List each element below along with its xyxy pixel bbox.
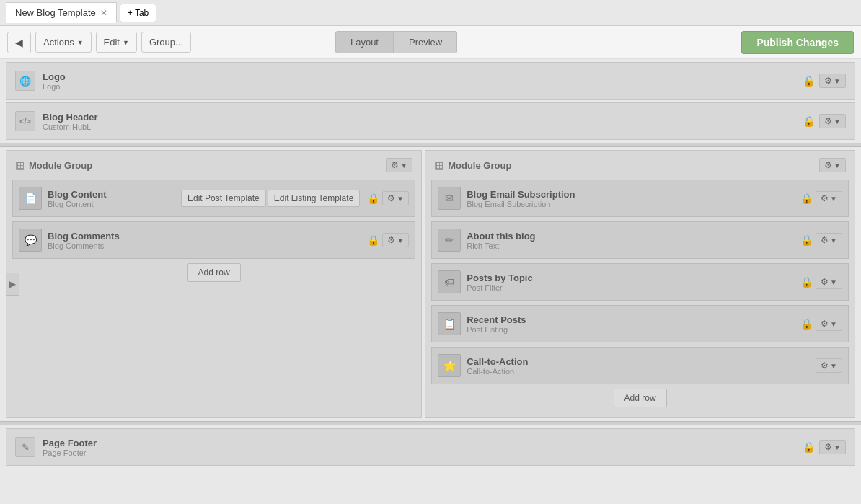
blog-header-icon: </> — [15, 111, 35, 131]
edit-button[interactable]: Edit ▼ — [96, 32, 137, 53]
left-column: ▦ Module Group ⚙ ▼ 📄 Blog Content Blog C… — [6, 150, 422, 418]
edit-listing-template-button[interactable]: Edit Listing Template — [268, 190, 361, 207]
divider-1 — [0, 143, 861, 147]
blog-header-subtitle: Custom HubL — [43, 123, 98, 131]
blog-comments-subtitle: Blog Comments — [48, 242, 367, 250]
about-blog-title: About this blog — [467, 231, 800, 242]
blog-comments-lock-icon: 🔒 — [367, 234, 379, 246]
left-module-group-header: ▦ Module Group ⚙ ▼ — [12, 156, 415, 174]
blog-email-text: Blog Email Subscription Blog Email Subsc… — [467, 189, 800, 208]
blog-comments-title: Blog Comments — [48, 231, 367, 242]
page-footer-section[interactable]: ✎ Page Footer Page Footer 🔒 ⚙ ▼ — [6, 428, 855, 466]
cta-title: Call-to-Action — [467, 356, 816, 367]
left-group-title: Module Group — [29, 160, 92, 171]
blog-comments-module[interactable]: 💬 Blog Comments Blog Comments 🔒 ⚙ ▼ — [12, 221, 415, 259]
edit-label: Edit — [104, 37, 120, 48]
layout-preview-toggle: Layout Preview — [335, 31, 457, 53]
page-footer-gear-button[interactable]: ⚙ ▼ — [819, 440, 846, 454]
blog-header-gear-button[interactable]: ⚙ ▼ — [819, 114, 846, 128]
cta-actions: ⚙ ▼ — [816, 358, 842, 373]
logo-subtitle: Logo — [43, 82, 66, 91]
logo-title: Logo — [43, 71, 66, 82]
left-group-gear: ⚙ ▼ — [386, 158, 412, 172]
right-group-gear: ⚙ ▼ — [819, 158, 846, 172]
blog-email-gear-button[interactable]: ⚙ ▼ — [816, 191, 842, 205]
blog-content-title: Blog Content — [48, 189, 181, 200]
recent-posts-actions: 🔒 ⚙ ▼ — [800, 317, 842, 331]
about-blog-module[interactable]: ✏ About this blog Rich Text 🔒 ⚙ ▼ — [431, 221, 849, 259]
tab-bar: New Blog Template ✕ + Tab — [0, 0, 861, 26]
active-tab[interactable]: New Blog Template ✕ — [6, 2, 117, 23]
canvas-arrow-toggle[interactable]: ▶ — [6, 273, 19, 296]
blog-email-title: Blog Email Subscription — [467, 189, 800, 200]
divider-2 — [0, 421, 861, 425]
left-group-icon: ▦ — [15, 159, 25, 171]
page-footer-actions: 🔒 ⚙ ▼ — [803, 440, 846, 454]
recent-posts-subtitle: Post Listing — [467, 325, 800, 334]
about-blog-text: About this blog Rich Text — [467, 231, 800, 250]
about-blog-lock-icon: 🔒 — [800, 234, 813, 246]
add-tab-button[interactable]: + Tab — [120, 4, 156, 22]
about-blog-subtitle: Rich Text — [467, 242, 800, 250]
blog-comments-actions: 🔒 ⚙ ▼ — [367, 233, 409, 247]
edit-post-template-button[interactable]: Edit Post Template — [181, 190, 266, 207]
posts-by-topic-icon: 🏷 — [438, 270, 461, 293]
cta-module[interactable]: ⭐ Call-to-Action Call-to-Action ⚙ ▼ — [431, 347, 849, 384]
blog-header-text: Blog Header Custom HubL — [43, 112, 98, 131]
blog-header-section[interactable]: </> Blog Header Custom HubL 🔒 ⚙ ▼ — [6, 102, 855, 140]
blog-comments-gear-button[interactable]: ⚙ ▼ — [382, 233, 409, 247]
recent-posts-title: Recent Posts — [467, 314, 800, 325]
preview-button[interactable]: Preview — [394, 31, 457, 53]
right-column: ▦ Module Group ⚙ ▼ ✉ Blog Email Subscrip… — [425, 150, 855, 418]
posts-by-topic-gear-button[interactable]: ⚙ ▼ — [816, 275, 842, 289]
tab-close-icon[interactable]: ✕ — [100, 8, 107, 18]
page-footer-text: Page Footer Page Footer — [43, 438, 97, 457]
right-group-title: Module Group — [448, 160, 511, 171]
logo-actions: 🔒 ⚙ ▼ — [803, 74, 846, 88]
right-group-icon: ▦ — [434, 159, 443, 171]
recent-posts-gear-button[interactable]: ⚙ ▼ — [816, 317, 842, 331]
back-button[interactable]: ◀ — [7, 32, 31, 53]
cta-subtitle: Call-to-Action — [467, 367, 816, 376]
about-blog-gear-button[interactable]: ⚙ ▼ — [816, 233, 842, 247]
left-group-gear-button[interactable]: ⚙ ▼ — [386, 158, 412, 172]
posts-by-topic-module[interactable]: 🏷 Posts by Topic Post Filter 🔒 ⚙ ▼ — [431, 263, 849, 301]
blog-email-module[interactable]: ✉ Blog Email Subscription Blog Email Sub… — [431, 180, 849, 217]
cta-gear-button[interactable]: ⚙ ▼ — [816, 358, 842, 373]
page-footer-icon: ✎ — [15, 437, 35, 457]
left-add-row-button[interactable]: Add row — [187, 263, 241, 282]
right-add-row-button[interactable]: Add row — [614, 389, 667, 407]
right-group-gear-button[interactable]: ⚙ ▼ — [819, 158, 846, 172]
toolbar: ◀ Actions ▼ Edit ▼ Group... Layout Previ… — [0, 26, 861, 59]
publish-button[interactable]: Publish Changes — [741, 31, 854, 54]
blog-content-gear-button[interactable]: ⚙ ▼ — [382, 191, 409, 205]
page-footer-title: Page Footer — [43, 438, 97, 448]
group-button[interactable]: Group... — [141, 32, 191, 53]
recent-posts-icon: 📋 — [438, 312, 461, 335]
blog-header-title: Blog Header — [43, 112, 98, 123]
recent-posts-module[interactable]: 📋 Recent Posts Post Listing 🔒 ⚙ ▼ — [431, 305, 849, 342]
page-footer-lock-icon: 🔒 — [803, 441, 815, 453]
cta-text: Call-to-Action Call-to-Action — [467, 356, 816, 376]
canvas: 🌐 Logo Logo 🔒 ⚙ ▼ </> Blog Header Custom… — [0, 59, 861, 504]
blog-comments-icon: 💬 — [19, 229, 42, 252]
logo-section[interactable]: 🌐 Logo Logo 🔒 ⚙ ▼ — [6, 62, 855, 100]
posts-by-topic-lock-icon: 🔒 — [800, 276, 813, 288]
blog-email-subtitle: Blog Email Subscription — [467, 200, 800, 208]
actions-caret-icon: ▼ — [77, 39, 84, 46]
actions-button[interactable]: Actions ▼ — [35, 32, 92, 53]
edit-caret-icon: ▼ — [123, 39, 129, 46]
logo-gear-button[interactable]: ⚙ ▼ — [819, 74, 846, 88]
logo-lock-icon: 🔒 — [803, 75, 815, 87]
blog-content-actions: Edit Post Template Edit Listing Template… — [181, 190, 409, 207]
blog-email-actions: 🔒 ⚙ ▼ — [800, 191, 842, 205]
posts-by-topic-subtitle: Post Filter — [467, 283, 800, 292]
two-column-layout: ▶ ▦ Module Group ⚙ ▼ 📄 Blog Content Blog… — [6, 150, 855, 418]
posts-by-topic-text: Posts by Topic Post Filter — [467, 273, 800, 292]
blog-content-module[interactable]: 📄 Blog Content Blog Content Edit Post Te… — [12, 180, 415, 217]
posts-by-topic-title: Posts by Topic — [467, 273, 800, 283]
blog-content-subtitle: Blog Content — [48, 200, 181, 208]
recent-posts-text: Recent Posts Post Listing — [467, 314, 800, 334]
about-blog-actions: 🔒 ⚙ ▼ — [800, 233, 842, 247]
layout-button[interactable]: Layout — [335, 31, 394, 53]
